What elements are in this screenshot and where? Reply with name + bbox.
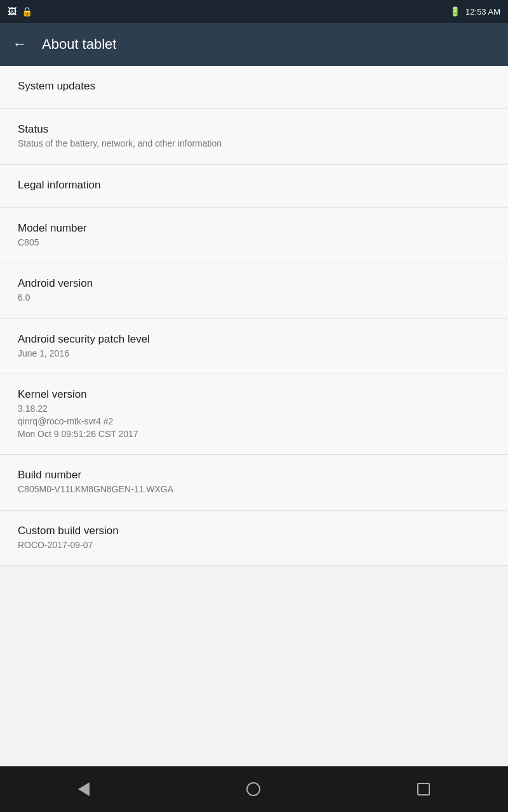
status-bar-left: 🖼 🔒 xyxy=(8,6,32,16)
settings-item-title-system-updates: System updates xyxy=(18,80,490,93)
back-button[interactable]: ← xyxy=(13,36,27,53)
home-nav-icon xyxy=(246,782,260,796)
recents-nav-button[interactable] xyxy=(402,775,445,803)
home-nav-button[interactable] xyxy=(231,775,276,804)
settings-item-model-number[interactable]: Model numberC805 xyxy=(0,208,508,264)
settings-content: System updatesStatusStatus of the batter… xyxy=(0,66,508,766)
settings-item-title-legal-information: Legal information xyxy=(18,179,490,192)
status-bar-right: 🔋 12:53 AM xyxy=(450,6,500,16)
settings-item-subtitle-android-version: 6.0 xyxy=(18,292,490,304)
recents-nav-icon xyxy=(417,783,430,796)
settings-item-title-android-version: Android version xyxy=(18,277,490,290)
settings-item-android-security-patch[interactable]: Android security patch levelJune 1, 2016 xyxy=(0,319,508,375)
settings-item-android-version[interactable]: Android version6.0 xyxy=(0,263,508,319)
status-time: 12:53 AM xyxy=(465,7,500,16)
settings-item-title-build-number: Build number xyxy=(18,469,490,481)
settings-item-custom-build-version[interactable]: Custom build versionROCO-2017-09-07 xyxy=(0,511,508,566)
settings-item-subtitle-status: Status of the battery, network, and othe… xyxy=(18,138,490,150)
settings-item-title-android-security-patch: Android security patch level xyxy=(18,333,490,346)
settings-item-title-status: Status xyxy=(18,123,490,136)
image-icon: 🖼 xyxy=(8,6,17,16)
settings-item-subtitle-build-number: C805M0-V11LKM8GN8GEN-11.WXGA xyxy=(18,483,490,496)
settings-item-subtitle-android-security-patch: June 1, 2016 xyxy=(18,348,490,360)
back-nav-button[interactable] xyxy=(63,775,105,804)
settings-item-subtitle-kernel-version: 3.18.22 qinrq@roco-mtk-svr4 #2 Mon Oct 9… xyxy=(18,403,490,440)
settings-item-kernel-version[interactable]: Kernel version3.18.22 qinrq@roco-mtk-svr… xyxy=(0,374,508,455)
settings-item-status[interactable]: StatusStatus of the battery, network, an… xyxy=(0,109,508,165)
status-bar: 🖼 🔒 🔋 12:53 AM xyxy=(0,0,508,23)
settings-item-system-updates[interactable]: System updates xyxy=(0,66,508,109)
settings-item-title-kernel-version: Kernel version xyxy=(18,388,490,401)
settings-item-title-model-number: Model number xyxy=(18,222,490,235)
back-nav-icon xyxy=(78,782,90,796)
nav-bar xyxy=(0,766,508,812)
settings-item-build-number[interactable]: Build numberC805M0-V11LKM8GN8GEN-11.WXGA xyxy=(0,455,508,511)
settings-item-subtitle-custom-build-version: ROCO-2017-09-07 xyxy=(18,539,490,552)
page-title: About tablet xyxy=(42,36,116,53)
app-bar: ← About tablet xyxy=(0,23,508,66)
battery-icon: 🔋 xyxy=(450,6,460,16)
lock-icon: 🔒 xyxy=(22,6,32,16)
settings-item-title-custom-build-version: Custom build version xyxy=(18,525,490,537)
settings-item-legal-information[interactable]: Legal information xyxy=(0,165,508,208)
settings-item-subtitle-model-number: C805 xyxy=(18,237,490,249)
